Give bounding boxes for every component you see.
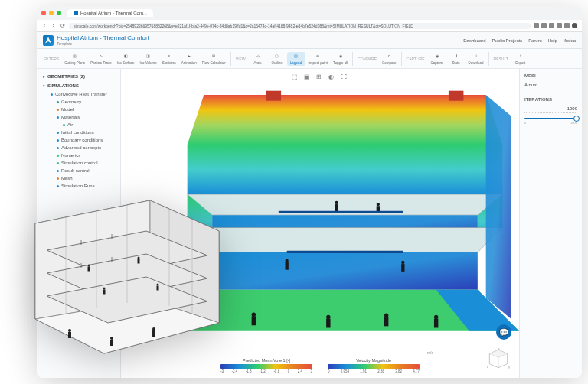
tree-item-simulation-runs[interactable]: Simulation Runs [37, 182, 120, 190]
legend-pmv: Predicted Mean Vote 1 [-] -3-2.4-1.8-1.2… [220, 358, 312, 373]
ext-icon[interactable] [549, 23, 554, 28]
legend-velocity: Velocity Magnitude m/s 00.9541.912.863.8… [328, 358, 420, 373]
iso-volume-icon: ◨ [145, 53, 152, 60]
svg-rect-30 [287, 251, 403, 253]
chat-icon: 💬 [499, 328, 508, 337]
tool-inspect-point[interactable]: ⊕Inspect point [306, 52, 331, 66]
tool-export[interactable]: ⇪Export [511, 52, 530, 66]
toolbar-group-result: RESULT [492, 57, 511, 61]
maximize-window-icon[interactable] [57, 11, 61, 15]
tool-outline[interactable]: ▢Outline [268, 52, 286, 66]
svg-rect-28 [434, 319, 438, 328]
svg-rect-26 [384, 317, 388, 326]
project-title[interactable]: Hospital Atrium - Thermal Comfort [57, 34, 149, 41]
iso-surface-icon: ◧ [122, 53, 129, 60]
simscale-logo-icon[interactable] [43, 35, 54, 46]
animation-icon: ▶ [185, 53, 193, 60]
legend-pmv-gradient[interactable] [220, 364, 312, 369]
particle-icon: ∿ [97, 53, 105, 60]
tree-geometries-header[interactable]: ▸ GEOMETRIES (2) [37, 72, 120, 81]
tree-item-materials[interactable]: Materials [37, 113, 120, 121]
nav-public-projects[interactable]: Public Projects [492, 38, 523, 43]
toolbar-group-filters: FILTERS [41, 57, 61, 61]
tool-animation[interactable]: ▶Animation [179, 52, 199, 66]
legend-pmv-title: Predicted Mean Vote 1 [-] [220, 358, 312, 363]
tool-axes[interactable]: ⊹Axes [249, 52, 267, 66]
svg-marker-1 [188, 145, 503, 194]
tool-cutting-plane[interactable]: ▥Cutting Plane [62, 52, 87, 66]
toolbar-group-capture: CAPTURE [404, 57, 427, 61]
status-dot-icon [51, 93, 53, 96]
help-fab[interactable]: 💬 [496, 324, 511, 340]
tool-state[interactable]: ⬇State [447, 52, 466, 66]
tool-compare[interactable]: ⧉Compare [380, 52, 399, 66]
tool-iso-volume[interactable]: ◨Iso Volume [138, 52, 159, 66]
svg-rect-12 [449, 91, 464, 101]
url-field[interactable]: simscale.com/workbench?pid=2548922669576… [69, 23, 531, 29]
minimize-window-icon[interactable] [49, 11, 54, 15]
result-properties-panel: MESH Atrium ITERATIONS 1000 0 1000 [519, 69, 582, 378]
legend-vel-ticks: 00.9541.912.863.824.77 [328, 369, 420, 373]
tree-item-numerics[interactable]: Numerics [37, 151, 120, 159]
reload-icon[interactable]: ⟳ [60, 23, 66, 29]
nav-user[interactable]: ifreixa [564, 38, 576, 43]
nav-dashboard[interactable]: Dashboard [463, 38, 485, 43]
tool-particle-trace[interactable]: ∿Particle Trace [88, 52, 114, 66]
iterations-value[interactable]: 1000 [524, 105, 577, 113]
tree-item-simulation-control[interactable]: Simulation control [37, 159, 120, 167]
project-subtitle: Template [57, 41, 149, 46]
nav-help[interactable]: Help [548, 38, 557, 43]
header-nav: Dashboard Public Projects Forum Help ifr… [463, 38, 576, 43]
tree-item-result-control[interactable]: Result control [37, 167, 120, 174]
svg-marker-0 [188, 95, 503, 145]
results-toolbar: FILTERS ▥Cutting Plane ∿Particle Trace ◧… [37, 49, 582, 69]
tree-item-mesh[interactable]: Mesh [37, 174, 120, 182]
legend-vel-gradient[interactable] [328, 364, 420, 369]
tree-item-advanced-concepts[interactable]: Advanced concepts [37, 144, 120, 151]
tool-flow-calculator[interactable]: ⊞Flow Calculator [200, 52, 228, 66]
ext-icon[interactable] [541, 23, 547, 28]
ext-icon[interactable] [557, 23, 562, 28]
svg-point-17 [286, 259, 289, 262]
mesh-value[interactable]: Atrium [524, 81, 577, 89]
app-header: Hospital Atrium - Thermal Comfort Templa… [37, 32, 582, 49]
toolbar-separator [488, 52, 489, 66]
tab-favicon-icon [74, 11, 78, 15]
tool-toggle-all[interactable]: ◉Toggle all [331, 52, 350, 66]
ext-icon[interactable] [564, 23, 570, 28]
window-controls[interactable] [41, 11, 61, 15]
nav-forum[interactable]: Forum [528, 38, 541, 43]
browser-window: Hospital Atrium - Thermal Com... ‹ › ⟳ s… [37, 6, 582, 378]
close-window-icon[interactable] [41, 11, 46, 15]
simulation-render [121, 69, 519, 378]
export-icon: ⇪ [517, 53, 524, 60]
status-dot-icon [57, 101, 59, 103]
tool-statistics[interactable]: ≡Statistics [160, 52, 178, 66]
forward-icon[interactable]: › [51, 23, 57, 29]
svg-point-23 [326, 315, 330, 319]
tree-item-initial-conditions[interactable]: Initial conditions [37, 129, 120, 136]
iterations-slider[interactable]: 0 1000 [524, 118, 577, 125]
tree-item-air[interactable]: Air [37, 121, 120, 129]
camera-icon: ◉ [433, 53, 441, 60]
tool-legend[interactable]: ▤Legend [287, 52, 305, 66]
3d-viewport[interactable]: ⬚ ▣ ⊞ ◐ ⛶ [121, 69, 519, 378]
avatar-icon[interactable] [572, 23, 577, 28]
tree-item-cht[interactable]: Convective Heat Transfer [37, 90, 120, 98]
tree-item-boundary-conditions[interactable]: Boundary conditions [37, 136, 120, 144]
back-icon[interactable]: ‹ [41, 23, 47, 29]
slider-thumb-icon[interactable] [573, 116, 580, 122]
ext-icon[interactable] [534, 23, 539, 28]
tool-capture[interactable]: ◉Capture [428, 52, 446, 66]
status-dot-icon [63, 124, 65, 126]
tree-simulations-header[interactable]: ▾ SIMULATIONS [37, 81, 120, 90]
tree-item-geometry[interactable]: Geometry [37, 98, 120, 106]
tool-download[interactable]: ⤓Download [466, 52, 486, 66]
tree-item-model[interactable]: Model [37, 106, 120, 113]
axes-icon: ⊹ [254, 53, 262, 60]
color-legend: Predicted Mean Vote 1 [-] -3-2.4-1.8-1.2… [220, 358, 420, 373]
svg-point-21 [252, 312, 256, 316]
browser-tab[interactable]: Hospital Atrium - Thermal Com... [67, 9, 153, 17]
tool-iso-surface[interactable]: ◧Iso Surface [115, 52, 137, 66]
orientation-cube[interactable]: x y z [485, 347, 511, 370]
